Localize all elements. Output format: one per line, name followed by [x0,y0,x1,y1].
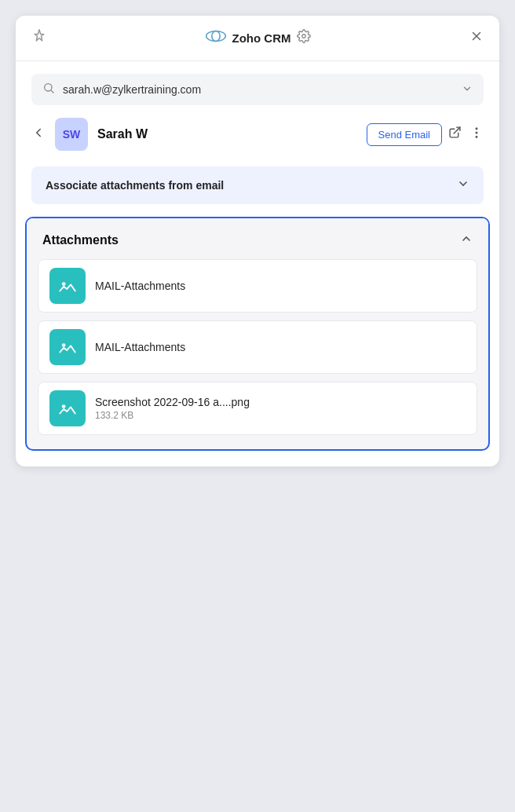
search-bar[interactable]: sarah.w@zylkertraining.com [31,74,484,105]
close-icon[interactable] [469,29,484,47]
attachment-item[interactable]: MAIL-Attachments [38,259,477,313]
attachment-name: Screenshot 2022-09-16 a....png [95,396,250,408]
contact-actions: Send Email [367,123,484,146]
attachments-header: Attachments [27,218,488,259]
attachments-section: Attachments MAIL-Attachments [25,217,490,451]
svg-rect-15 [57,398,78,419]
svg-point-8 [476,128,477,130]
svg-point-2 [302,35,306,38]
attachment-thumbnail [49,329,86,365]
svg-point-12 [62,282,66,286]
svg-rect-11 [57,276,78,296]
search-value: sarah.w@zylkertraining.com [63,83,454,96]
header: Zoho CRM [16,16,499,61]
svg-point-5 [45,84,52,91]
attachment-item[interactable]: MAIL-Attachments [38,320,477,374]
attachments-title: Attachments [42,233,119,247]
search-icon [42,82,55,97]
attachment-name: MAIL-Attachments [95,280,185,292]
attachment-thumbnail [49,390,86,426]
contact-row: SW Sarah W Send Email [16,105,499,166]
zoho-crm-logo-icon [206,29,226,47]
app-title: Zoho CRM [232,31,291,45]
search-chevron-icon[interactable] [462,83,473,97]
back-arrow-icon[interactable] [31,126,46,144]
send-email-button[interactable]: Send Email [367,123,442,146]
main-panel: Zoho CRM sarah.w@zylkertraining.com [16,16,499,466]
svg-point-1 [211,31,219,42]
attachment-info: MAIL-Attachments [95,280,185,292]
associate-section[interactable]: Associate attachments from email [31,166,484,204]
attachment-thumbnail [49,268,86,304]
svg-point-0 [206,31,225,42]
external-link-icon[interactable] [448,126,462,143]
gear-icon[interactable] [297,29,311,47]
attachment-info: MAIL-Attachments [95,341,185,353]
svg-line-6 [51,90,53,93]
avatar: SW [55,118,88,151]
svg-line-7 [454,127,460,134]
svg-point-16 [62,404,66,408]
attachments-list: MAIL-Attachments MAIL-Attachments [27,259,488,449]
attachment-size: 133.2 KB [95,410,250,421]
pin-icon[interactable] [31,28,47,48]
svg-rect-13 [57,337,78,357]
header-center: Zoho CRM [206,29,312,47]
contact-name: Sarah W [97,127,148,141]
attachment-item[interactable]: Screenshot 2022-09-16 a....png 133.2 KB [38,382,477,435]
more-options-icon[interactable] [469,126,484,144]
attachment-info: Screenshot 2022-09-16 a....png 133.2 KB [95,396,250,421]
svg-point-14 [62,343,66,347]
svg-point-10 [476,136,477,137]
associate-label: Associate attachments from email [46,179,224,192]
associate-chevron-icon [457,177,469,193]
svg-point-9 [476,132,477,134]
attachments-collapse-icon[interactable] [460,232,473,248]
attachment-name: MAIL-Attachments [95,341,185,353]
